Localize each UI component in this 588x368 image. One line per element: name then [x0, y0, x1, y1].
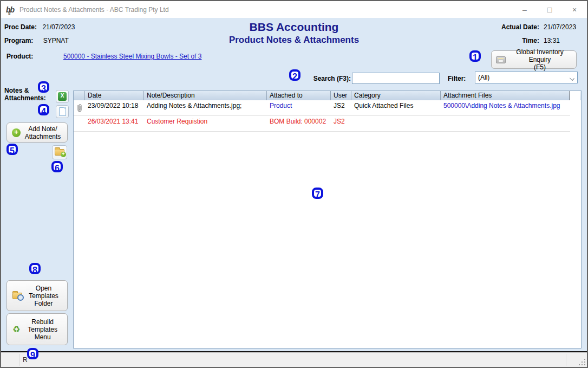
app-window: bbs Product Notes & Attachments - ABC Tr… — [0, 0, 588, 368]
global-inventory-label-line2: (F5) — [534, 63, 546, 71]
global-inventory-label-line1: Global Inventory Enquiry — [516, 48, 563, 63]
time-value: 13:31 — [544, 37, 584, 44]
maximize-button[interactable]: □ — [537, 1, 562, 18]
product-label: Product: — [6, 53, 33, 60]
actual-date-value: 21/07/2023 — [544, 23, 584, 31]
cell-attached-to-link[interactable]: Product — [267, 100, 331, 115]
annotation-badge-2: 2 — [289, 69, 300, 81]
annotation-badge-6: 6 — [51, 161, 63, 172]
folder-plus-icon — [55, 149, 64, 156]
export-excel-button[interactable] — [56, 90, 69, 103]
cell-note: Customer Requistion — [144, 116, 267, 131]
notes-table: Date Note/Description Attached to User C… — [73, 91, 582, 348]
document-icon — [59, 107, 66, 116]
column-header-date[interactable]: Date — [85, 91, 144, 100]
add-folder-button[interactable] — [52, 145, 67, 159]
filter-value: (All) — [478, 74, 489, 81]
cell-user: JS2 — [331, 100, 351, 115]
filter-label: Filter: — [448, 75, 466, 82]
inventory-cabinet-icon — [496, 56, 506, 63]
bbs-logo-icon: bbs — [6, 5, 14, 14]
new-document-button[interactable] — [56, 105, 69, 118]
cell-category: Quick Attached Files — [351, 100, 441, 115]
status-divider — [19, 354, 20, 366]
annotation-badge-5: 5 — [6, 144, 18, 155]
cell-attachment-files — [441, 116, 570, 131]
column-header-user[interactable]: User — [331, 91, 351, 100]
annotation-badge-1: 1 — [469, 50, 481, 62]
cell-user: JS2 — [331, 116, 351, 131]
window-title: Product Notes & Attachments - ABC Tradin… — [19, 6, 168, 14]
excel-icon — [58, 92, 67, 101]
title-bar: bbs Product Notes & Attachments - ABC Tr… — [1, 1, 587, 18]
annotation-badge-4: 4 — [38, 104, 49, 115]
column-header-category[interactable]: Category — [351, 91, 441, 100]
close-button[interactable]: × — [562, 1, 587, 18]
cell-note: Adding Notes & Attachments.jpg; — [144, 100, 267, 115]
folder-search-icon — [12, 293, 22, 299]
status-divider — [566, 354, 566, 366]
paperclip-icon — [76, 104, 83, 113]
column-header-note[interactable]: Note/Description — [144, 91, 267, 100]
search-label: Search (F3): — [293, 75, 351, 82]
table-row[interactable]: 23/09/2022 10:18 Adding Notes & Attachme… — [74, 100, 570, 116]
resize-grip[interactable] — [579, 359, 585, 365]
table-row[interactable]: 26/03/2021 13:41 Customer Requistion BOM… — [74, 116, 570, 132]
global-inventory-enquiry-button[interactable]: Global Inventory Enquiry (F5) — [491, 50, 577, 69]
annotation-badge-8: 8 — [29, 263, 41, 274]
cell-attached-to: BOM Build: 000002 — [267, 116, 331, 131]
cell-date: 26/03/2021 13:41 — [85, 116, 144, 131]
recycle-icon — [12, 325, 20, 334]
screen-title: Product Notes & Attachments — [1, 35, 587, 46]
chevron-down-icon — [570, 76, 574, 81]
rebuild-templates-menu-button[interactable]: Rebuild Templates Menu — [6, 313, 68, 345]
column-header-attachment[interactable] — [74, 91, 85, 100]
plus-circle-icon — [12, 128, 21, 137]
annotation-badge-3: 3 — [38, 81, 49, 93]
annotation-badge-7: 7 — [312, 188, 323, 199]
column-header-attached-to[interactable]: Attached to — [267, 91, 331, 100]
filter-dropdown[interactable]: (All) — [475, 72, 578, 83]
search-input[interactable] — [352, 73, 440, 84]
minimize-button[interactable]: – — [512, 1, 537, 18]
column-header-attachment-files[interactable]: Attachment Files — [441, 91, 570, 100]
app-title: BBS Accounting — [1, 21, 587, 34]
table-header-row: Date Note/Description Attached to User C… — [74, 91, 581, 100]
cell-attachment-file-link[interactable]: 500000\Adding Notes & Attachments.jpg — [441, 100, 570, 115]
product-link[interactable]: 500000 - Stainless Steel Mixing Bowls - … — [63, 53, 201, 60]
time-label: Time: — [501, 37, 539, 44]
scrollbar-area — [570, 91, 580, 100]
cell-category — [351, 116, 441, 131]
add-note-attachments-button[interactable]: Add Note/ Attachments — [6, 122, 68, 143]
annotation-badge-9: 9 — [27, 348, 38, 359]
status-bar: R — [1, 352, 587, 367]
actual-date-label: Actual Date: — [501, 23, 539, 31]
status-text: R — [23, 356, 28, 364]
cell-date: 23/09/2022 10:18 — [85, 100, 144, 115]
open-templates-folder-button[interactable]: Open Templates Folder — [6, 280, 68, 311]
